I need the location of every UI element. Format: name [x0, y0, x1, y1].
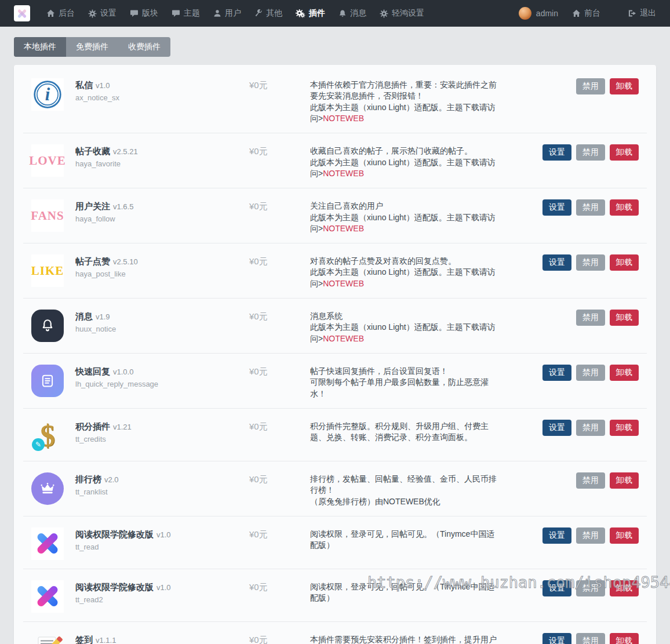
disable-button[interactable]: 禁用: [576, 472, 605, 489]
uninstall-button[interactable]: 卸载: [610, 144, 639, 161]
bell-icon: [338, 9, 347, 18]
nav-item-plugins[interactable]: 插件: [296, 8, 325, 19]
uninstall-button[interactable]: 卸载: [610, 633, 639, 644]
tab-paid[interactable]: 收费插件: [118, 37, 170, 57]
plugin-price: ¥0元: [249, 310, 310, 322]
uninstall-button[interactable]: 卸载: [610, 254, 639, 271]
disable-button[interactable]: 禁用: [576, 580, 605, 596]
noteweb-link[interactable]: NOTEWEB: [323, 334, 364, 343]
cogs-icon: [296, 9, 305, 18]
uninstall-button[interactable]: 卸载: [610, 365, 639, 381]
nav-item-logout[interactable]: 退出: [628, 8, 656, 19]
plugin-actions: 设置禁用卸载: [538, 420, 639, 436]
nav-item-messages[interactable]: 消息: [338, 8, 366, 19]
plugin-meta: 排行榜v2.0tt_ranklist: [75, 472, 249, 496]
user-name: admin: [536, 9, 558, 18]
nav-item-qinghong-settings[interactable]: 轻鸿设置: [380, 8, 424, 19]
uninstall-button[interactable]: 卸载: [610, 78, 639, 94]
plugin-name: 阅读权限学院修改版: [75, 529, 154, 539]
nav-item-label: 后台: [59, 8, 75, 19]
uninstall-button[interactable]: 卸载: [610, 310, 639, 326]
nav-item-admin-home[interactable]: 后台: [46, 8, 75, 19]
plugin-actions: 禁用卸载: [571, 472, 639, 489]
plugin-row: LOVE帖子收藏v2.5.21haya_favorite¥0元收藏自己喜欢的帖子…: [23, 133, 647, 188]
settings-button[interactable]: 设置: [542, 420, 571, 436]
plugin-version: v1.21: [113, 423, 132, 431]
plugin-price: ¥0元: [249, 633, 310, 644]
plugin-list: i私信v1.0ax_notice_sx¥0元本插件依赖于官方消息插件，重要：安装…: [23, 67, 647, 644]
site-logo[interactable]: [14, 5, 30, 21]
plugin-meta: 签到v1.1.1tt_sign: [75, 633, 249, 644]
uninstall-button[interactable]: 卸载: [610, 580, 639, 596]
settings-button[interactable]: 设置: [542, 365, 571, 381]
settings-button[interactable]: 设置: [542, 580, 571, 596]
uninstall-button[interactable]: 卸载: [610, 472, 639, 489]
nav-item-themes[interactable]: 主题: [172, 8, 200, 19]
plugin-version: v1.9: [96, 312, 110, 321]
plugin-row: 排行榜v2.0tt_ranklist¥0元排行榜，发帖量、回帖量、经验值、金币、…: [23, 461, 647, 516]
plugin-version: v1.0: [156, 530, 171, 539]
comment-icon: [130, 9, 139, 17]
disable-button[interactable]: 禁用: [576, 78, 605, 94]
uninstall-button[interactable]: 卸载: [610, 420, 639, 436]
navbar-menu: 后台设置版块主题用户其他 插件消息轻鸿设置: [46, 8, 438, 19]
disable-button[interactable]: 禁用: [576, 420, 605, 436]
gear-icon: [88, 9, 97, 18]
description-line: 可限制每个帖子单用户最多回帖数量，防止恶意灌水！: [310, 377, 502, 399]
disable-button[interactable]: 禁用: [576, 527, 605, 544]
noteweb-link[interactable]: NOTEWEB: [323, 169, 364, 178]
disable-button[interactable]: 禁用: [576, 144, 605, 161]
plugin-id: tt_credits: [75, 435, 249, 443]
plugin-row: 快速回复v1.0.0lh_quick_reply_message¥0元帖子快速回…: [23, 353, 647, 408]
noteweb-link[interactable]: NOTEWEB: [323, 114, 364, 123]
nav-item-label: 消息: [350, 8, 366, 19]
nav-item-users[interactable]: 用户: [213, 8, 241, 19]
nav-item-forums[interactable]: 版块: [130, 8, 158, 19]
plugin-description: 排行榜，发帖量、回帖量、经验值、金币、人民币排行榜！（原兔兔排行榜）由NOTEW…: [310, 472, 502, 507]
nav-item-other[interactable]: 其他: [254, 8, 282, 19]
disable-button[interactable]: 禁用: [576, 254, 605, 271]
checkin-note-icon: ✎: [31, 633, 64, 644]
settings-button[interactable]: 设置: [542, 527, 571, 544]
disable-button[interactable]: 禁用: [576, 633, 605, 644]
disable-button[interactable]: 禁用: [576, 199, 605, 216]
plugin-price: ¥0元: [249, 580, 310, 593]
settings-button[interactable]: 设置: [542, 254, 571, 271]
plugin-name: 消息: [75, 311, 93, 321]
settings-button[interactable]: 设置: [542, 199, 571, 216]
settings-button[interactable]: 设置: [542, 144, 571, 161]
uninstall-button[interactable]: 卸载: [610, 527, 639, 544]
disable-button[interactable]: 禁用: [576, 365, 605, 381]
tab-free[interactable]: 免费插件: [66, 37, 118, 57]
description-line: 阅读权限，登录可见，回帖可见。（Tinymce中国适配版）: [310, 529, 502, 551]
plugin-id: tt_read2: [75, 595, 249, 604]
plugin-description: 收藏自己喜欢的帖子，展示热门收藏的帖子。此版本为主题（xiuno Light）适…: [310, 144, 502, 179]
description-line: 此版本为主题（xiuno Light）适配版。主题下载请访问>NOTEWEB: [310, 157, 502, 180]
plugin-name: 排行榜: [75, 474, 101, 484]
plugin-actions: 设置禁用卸载: [538, 527, 639, 544]
plugin-name: 阅读权限学院修改版: [75, 582, 154, 592]
noteweb-link[interactable]: NOTEWEB: [323, 279, 364, 288]
like-badge-icon: LIKE: [31, 254, 64, 287]
tab-local[interactable]: 本地插件: [14, 37, 66, 57]
home-icon: [572, 9, 581, 17]
nav-item-settings[interactable]: 设置: [88, 8, 116, 19]
plugin-actions: 设置禁用卸载: [538, 144, 639, 161]
plugin-version: v2.5.10: [113, 257, 138, 266]
uninstall-button[interactable]: 卸载: [610, 199, 639, 216]
plugin-id: haya_follow: [75, 214, 249, 223]
plugin-price: ¥0元: [249, 144, 310, 157]
settings-button[interactable]: 设置: [542, 633, 571, 644]
noteweb-link[interactable]: NOTEWEB: [323, 224, 364, 233]
plugin-price: ¥0元: [249, 527, 310, 540]
plugin-list-panel: i私信v1.0ax_notice_sx¥0元本插件依赖于官方消息插件，重要：安装…: [14, 65, 656, 644]
description-line: 本插件依赖于官方消息插件，重要：安装此插件之前要先安装消息插件，否则报错！: [310, 79, 502, 102]
plugin-version: v1.6.5: [113, 202, 133, 211]
plugin-version: v1.0.0: [113, 368, 133, 376]
user-icon: [213, 9, 221, 17]
user-menu[interactable]: admin: [519, 7, 558, 20]
plugin-row: FANS用户关注v1.6.5haya_follow¥0元关注自己喜欢的用户此版本…: [23, 188, 647, 243]
nav-item-front[interactable]: 前台: [572, 8, 600, 19]
disable-button[interactable]: 禁用: [576, 310, 605, 326]
description-line: 排行榜，发帖量、回帖量、经验值、金币、人民币排行榜！: [310, 474, 502, 496]
